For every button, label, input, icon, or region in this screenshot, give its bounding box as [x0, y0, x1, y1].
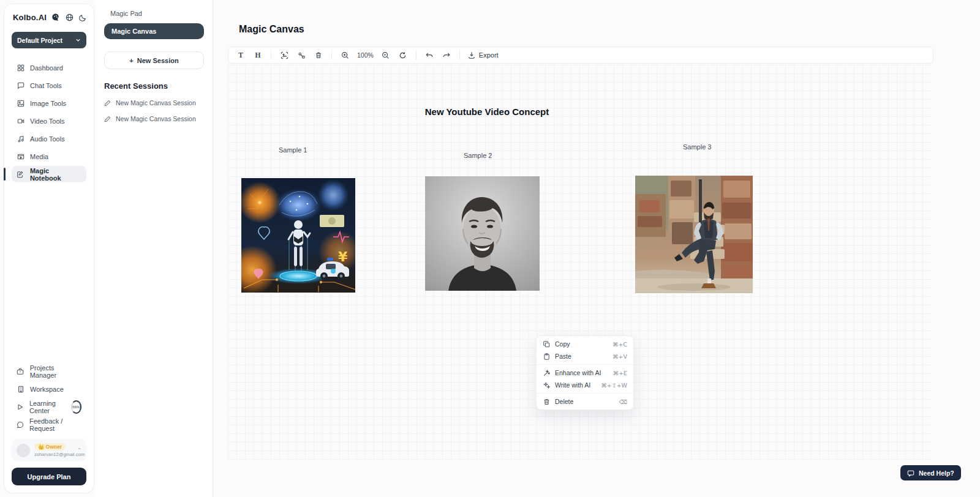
- canvas-text-heading[interactable]: New Youtube Video Concept: [423, 106, 551, 117]
- tab-magic-pad[interactable]: Magic Pad: [104, 9, 204, 23]
- connector-tool-button[interactable]: [294, 48, 309, 62]
- sidebar-item-projects-manager[interactable]: Projects Manager: [12, 363, 86, 379]
- context-menu-label: Delete: [555, 398, 573, 405]
- copy-icon: [543, 341, 550, 348]
- shortcut-label: ⌘+E: [613, 370, 627, 376]
- context-menu-item-write-with-ai[interactable]: Write with AI ⌘+⇧+W: [537, 379, 633, 391]
- sidebar-item-image-tools[interactable]: Image Tools: [12, 95, 86, 111]
- briefcase-icon: [17, 368, 24, 375]
- context-menu-label: Paste: [555, 353, 571, 360]
- canvas-text-sample-2[interactable]: Sample 2: [464, 152, 492, 159]
- plus-icon: +: [129, 57, 133, 64]
- magic-wand-icon: [543, 370, 550, 376]
- owner-role-badge: 👑Owner: [34, 443, 66, 450]
- notebook-edit-icon: [17, 171, 24, 178]
- redo-button[interactable]: [439, 48, 454, 62]
- project-selector-label: Default Project: [17, 37, 62, 44]
- recent-session-item[interactable]: New Magic Canvas Session: [104, 99, 204, 106]
- context-menu-label: Copy: [555, 340, 570, 348]
- canvas-text-sample-3[interactable]: Sample 3: [683, 143, 711, 151]
- shortcut-label: ⌫: [619, 398, 627, 405]
- building-icon: [17, 386, 24, 393]
- text-tool-button[interactable]: T: [233, 48, 248, 62]
- export-button[interactable]: Export: [466, 51, 501, 59]
- sidebar-item-label: Image Tools: [30, 100, 66, 107]
- context-menu-item-copy[interactable]: Copy ⌘+C: [537, 338, 633, 350]
- reset-view-button[interactable]: [396, 48, 410, 62]
- dashboard-grid-icon: [17, 64, 24, 72]
- chevron-down-icon: [75, 37, 81, 43]
- canvas-toolbar: T H 100% Export: [228, 47, 933, 64]
- dark-mode-moon-icon[interactable]: [79, 14, 86, 21]
- sidebar-item-dashboard[interactable]: Dashboard: [12, 59, 86, 76]
- sidebar-item-workspace[interactable]: Workspace: [12, 381, 86, 397]
- context-menu-label: Write with AI: [555, 381, 590, 389]
- recent-session-label: New Magic Canvas Session: [116, 115, 196, 122]
- play-icon: [17, 403, 24, 411]
- shortcut-label: ⌘+C: [612, 341, 627, 348]
- toolbar-divider: [331, 50, 332, 60]
- context-menu: Copy ⌘+C Paste ⌘+V Enhance with AI ⌘+E W…: [536, 335, 634, 410]
- crown-icon: 👑: [38, 444, 45, 450]
- user-account-card[interactable]: 👑Owner zoharvan12@gmail.com ⌃: [12, 439, 86, 461]
- undo-button[interactable]: [422, 48, 437, 62]
- music-note-icon: [17, 135, 24, 143]
- toolbar-divider: [416, 50, 417, 60]
- primary-sidebar: Kolbo.AI Default Project Dashboard Chat …: [4, 4, 94, 493]
- sidebar-item-label: Feedback / Request: [29, 417, 81, 432]
- sidebar-item-label: Projects Manager: [30, 364, 81, 379]
- new-session-label: New Session: [137, 57, 179, 64]
- canvas-image-sample-2[interactable]: [425, 176, 540, 291]
- need-help-label: Need Help?: [919, 469, 954, 477]
- image-icon: [17, 100, 24, 107]
- toolbar-divider: [271, 50, 271, 60]
- recent-sessions-heading: Recent Sessions: [104, 81, 204, 91]
- sidebar-item-label: Workspace: [30, 386, 64, 393]
- pencil-icon: [104, 100, 111, 106]
- trash-icon: [543, 398, 550, 405]
- media-folder-icon: [17, 153, 24, 160]
- sidebar-item-chat-tools[interactable]: Chat Tools: [12, 77, 86, 94]
- context-menu-divider: [537, 393, 633, 394]
- recent-session-item[interactable]: New Magic Canvas Session: [104, 115, 204, 122]
- sidebar-nav: Dashboard Chat Tools Image Tools Video T…: [12, 59, 86, 182]
- sidebar-item-label: Magic Notebook: [30, 167, 81, 182]
- globe-icon[interactable]: [66, 13, 74, 21]
- sidebar-spacer: [12, 182, 86, 352]
- context-menu-item-delete[interactable]: Delete ⌫: [537, 395, 633, 408]
- zoom-in-button[interactable]: [337, 48, 352, 62]
- context-menu-item-paste[interactable]: Paste ⌘+V: [537, 350, 633, 362]
- account-chevron-icon: ⌃: [77, 447, 81, 453]
- context-menu-item-enhance-with-ai[interactable]: Enhance with AI ⌘+E: [537, 367, 633, 379]
- brain-logo-icon: [51, 13, 60, 22]
- sidebar-item-label: Media: [30, 153, 48, 160]
- sidebar-item-learning-center[interactable]: Learning Center 66%: [12, 398, 86, 415]
- download-icon: [468, 51, 475, 59]
- canvas-image-sample-1[interactable]: ¥: [241, 178, 355, 293]
- canvas-text-sample-1[interactable]: Sample 1: [279, 146, 307, 154]
- sidebar-item-video-tools[interactable]: Video Tools: [12, 113, 86, 129]
- need-help-button[interactable]: Need Help?: [900, 465, 961, 480]
- chat-bubble-icon: [17, 82, 24, 89]
- tab-magic-canvas-label: Magic Canvas: [111, 28, 156, 35]
- feedback-bubble-icon: [17, 421, 24, 428]
- learning-progress-badge: 66%: [71, 400, 81, 414]
- sidebar-item-audio-tools[interactable]: Audio Tools: [12, 130, 86, 147]
- new-session-button[interactable]: + New Session: [104, 51, 204, 69]
- avatar: [17, 444, 30, 457]
- heading-tool-button[interactable]: H: [251, 48, 265, 62]
- delete-tool-button[interactable]: [311, 48, 326, 62]
- upgrade-plan-button[interactable]: Upgrade Plan: [12, 468, 86, 485]
- sidebar-item-feedback-request[interactable]: Feedback / Request: [12, 416, 86, 433]
- ai-image-tool-button[interactable]: [277, 48, 292, 62]
- canvas-image-sample-3[interactable]: [635, 176, 753, 293]
- sidebar-item-media[interactable]: Media: [12, 148, 86, 165]
- export-label: Export: [479, 51, 499, 59]
- sidebar-item-label: Audio Tools: [30, 135, 65, 143]
- sidebar-item-label: Video Tools: [30, 118, 64, 125]
- sidebar-item-magic-notebook[interactable]: Magic Notebook: [12, 166, 86, 182]
- project-selector[interactable]: Default Project: [12, 32, 86, 48]
- zoom-out-button[interactable]: [379, 48, 393, 62]
- context-menu-label: Enhance with AI: [555, 369, 601, 376]
- tab-magic-canvas[interactable]: Magic Canvas: [104, 23, 204, 39]
